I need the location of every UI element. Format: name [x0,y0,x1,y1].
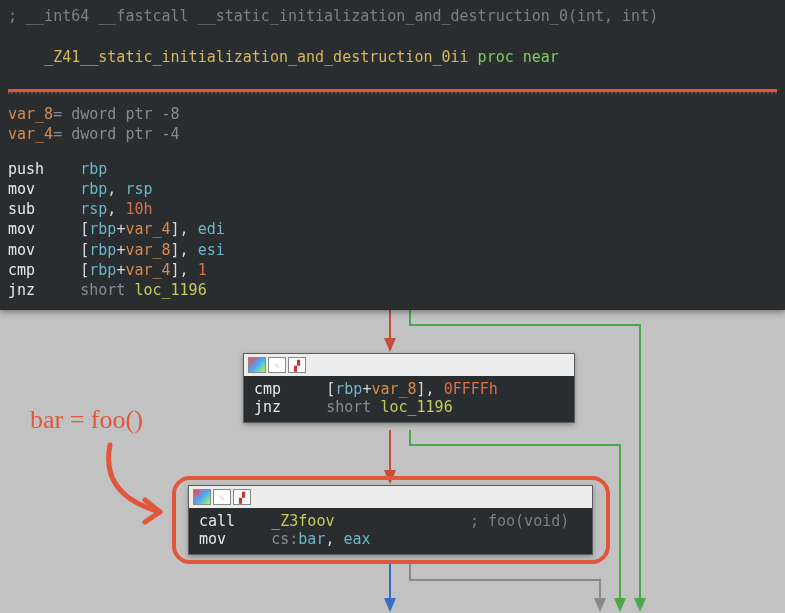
label-underline [8,89,777,92]
main-instructions: push rbpmov rbp, rspsub rsp, 10hmov [rbp… [8,159,777,301]
instruction-row: mov [rbp+var_8], esi [8,240,777,260]
handwritten-annotation: bar = foo() [30,405,143,435]
block3-instructions: call _Z3foov ; foo(void)mov cs:bar, eax [189,508,592,554]
color-picker-icon[interactable] [193,489,211,505]
color-picker-icon[interactable] [248,357,266,373]
function-label-row: _Z41__static_initialization_and_destruct… [8,26,777,87]
function-label: _Z41__static_initialization_and_destruct… [44,48,468,66]
instruction-row: jnz short loc_1196 [8,280,777,300]
local-vars-area: var_8= dword ptr -8var_4= dword ptr -4 [8,104,777,145]
instruction-row: sub rsp, 10h [8,199,777,219]
proc-keyword: proc [478,48,514,66]
var-def-row: var_4= dword ptr -4 [8,124,777,144]
instruction-row: push rbp [8,159,777,179]
basic-block-3[interactable]: ✎ ▞ call _Z3foov ; foo(void)mov cs:bar, … [188,485,593,555]
near-keyword: near [523,48,559,66]
annotation-arrow [95,440,185,530]
edit-icon[interactable]: ✎ [268,357,286,373]
main-disassembly-block: ; __int64 __fastcall __static_initializa… [0,0,785,310]
chart-icon[interactable]: ▞ [233,489,251,505]
instruction-row: mov rbp, rsp [8,179,777,199]
instruction-row: cmp [rbp+var_4], 1 [8,260,777,280]
instruction-row: cmp [rbp+var_8], 0FFFFh [254,380,564,398]
block2-instructions: cmp [rbp+var_8], 0FFFFhjnz short loc_119… [244,376,574,422]
instruction-row: mov cs:bar, eax [199,530,582,548]
edit-icon[interactable]: ✎ [213,489,231,505]
instruction-row: call _Z3foov ; foo(void) [199,512,582,530]
block-titlebar: ✎ ▞ [244,354,574,376]
chart-icon[interactable]: ▞ [288,357,306,373]
var-def-row: var_8= dword ptr -8 [8,104,777,124]
block-titlebar: ✎ ▞ [189,486,592,508]
function-signature-comment: ; __int64 __fastcall __static_initializa… [8,6,777,26]
instruction-row: mov [rbp+var_4], edi [8,219,777,239]
instruction-row: jnz short loc_1196 [254,398,564,416]
basic-block-2[interactable]: ✎ ▞ cmp [rbp+var_8], 0FFFFhjnz short loc… [243,353,575,423]
